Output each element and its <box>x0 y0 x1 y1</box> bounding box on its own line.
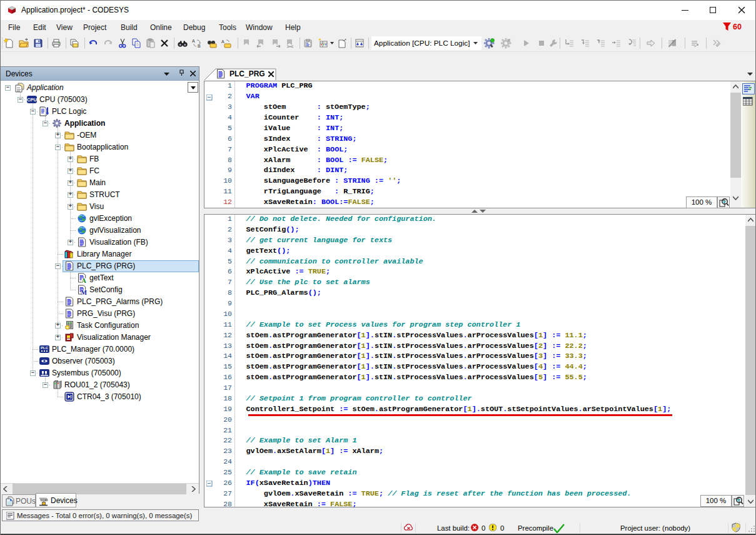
svg-text:A: A <box>221 39 224 44</box>
svg-text:M: M <box>81 289 88 295</box>
svg-text:PLC: PLC <box>41 346 49 350</box>
svg-text:A: A <box>192 39 195 43</box>
svg-text:CPU: CPU <box>27 97 37 103</box>
svg-text:B: B <box>198 44 201 48</box>
svg-text:A: A <box>82 277 87 283</box>
